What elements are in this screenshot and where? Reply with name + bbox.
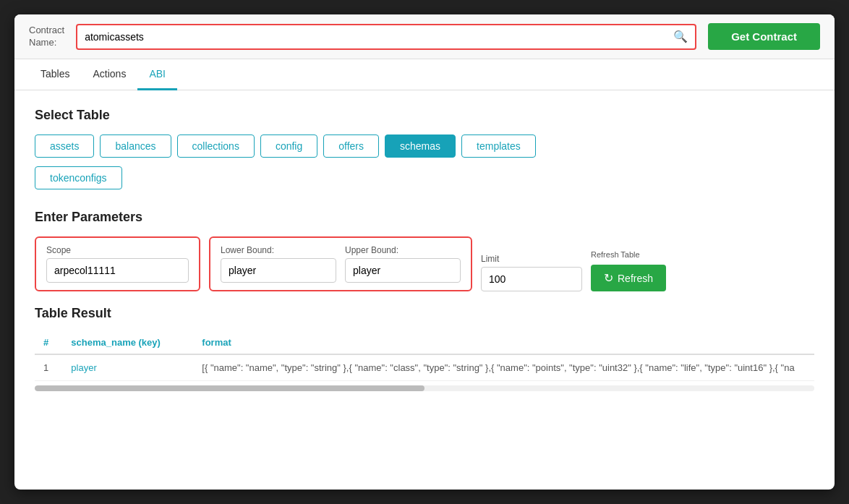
table-btn-tokenconfigs[interactable]: tokenconfigs (35, 166, 122, 189)
horizontal-scrollbar[interactable] (35, 385, 814, 391)
table-btn-assets[interactable]: assets (35, 134, 94, 158)
params-row: Scope Lower Bound: Upper Bound: (35, 236, 814, 291)
table-buttons-group: assets balances collections config offer… (35, 134, 814, 158)
scope-label: Scope (46, 245, 189, 255)
get-contract-button[interactable]: Get Contract (708, 23, 820, 50)
scope-wrap: Scope (35, 236, 200, 291)
table-result-title: Table Result (35, 306, 814, 321)
refresh-group: Refresh Table ↻ Refresh (591, 250, 666, 291)
upper-bound-group: Upper Bound: (345, 245, 461, 283)
col-schema-name: schema_name (key) (62, 331, 193, 354)
table-result-section: Table Result # schema_name (key) format … (35, 306, 814, 391)
cell-num: 1 (35, 354, 62, 381)
main-content: Select Table assets balances collections… (14, 90, 835, 409)
table-btn-collections[interactable]: collections (177, 134, 255, 158)
scope-input[interactable] (46, 258, 189, 283)
col-num: # (35, 331, 62, 354)
refresh-icon: ↻ (604, 271, 613, 285)
contract-name-input[interactable] (77, 25, 695, 48)
result-table-header: # schema_name (key) format (35, 331, 814, 354)
top-bar: Contract Name: 🔍 Get Contract (14, 14, 835, 59)
limit-group: Limit (481, 254, 582, 291)
limit-input[interactable] (481, 267, 582, 291)
cell-format: [{ "name": "name", "type": "string" },{ … (193, 354, 814, 381)
select-table-title: Select Table (35, 108, 814, 123)
table-buttons-row2: tokenconfigs (35, 166, 814, 189)
scope-group: Scope (46, 245, 189, 283)
main-window: Contract Name: 🔍 Get Contract Tables Act… (14, 14, 835, 490)
upper-bound-label: Upper Bound: (345, 245, 461, 255)
tab-tables[interactable]: Tables (29, 59, 81, 90)
refresh-button-label: Refresh (618, 273, 653, 284)
scrollbar-thumb[interactable] (35, 385, 424, 391)
table-btn-schemas[interactable]: schemas (385, 134, 456, 158)
header-row: # schema_name (key) format (35, 331, 814, 354)
limit-label: Limit (481, 254, 582, 264)
table-btn-config[interactable]: config (260, 134, 317, 158)
refresh-table-label: Refresh Table (591, 250, 666, 259)
lower-bound-group: Lower Bound: (221, 245, 336, 283)
tabs-bar: Tables Actions ABI (14, 59, 835, 90)
table-btn-templates[interactable]: templates (461, 134, 536, 158)
search-icon[interactable]: 🔍 (673, 30, 688, 43)
tab-actions[interactable]: Actions (81, 59, 137, 90)
tab-abi[interactable]: ABI (137, 59, 177, 90)
col-format: format (193, 331, 814, 354)
cell-schema-name: player (62, 354, 193, 381)
contract-name-label: Contract Name: (29, 25, 64, 49)
table-row: 1 player [{ "name": "name", "type": "str… (35, 354, 814, 381)
lower-bound-label: Lower Bound: (221, 245, 336, 255)
upper-bound-input[interactable] (345, 258, 461, 283)
bounds-wrap: Lower Bound: Upper Bound: (209, 236, 472, 291)
contract-input-wrap: 🔍 (76, 24, 696, 50)
params-title: Enter Parameters (35, 210, 814, 225)
result-table: # schema_name (key) format 1 player [{ "… (35, 331, 814, 381)
refresh-button[interactable]: ↻ Refresh (591, 265, 666, 291)
result-table-body: 1 player [{ "name": "name", "type": "str… (35, 354, 814, 381)
params-section: Enter Parameters Scope Lower Bound: (35, 210, 814, 291)
lower-bound-input[interactable] (221, 258, 336, 283)
select-table-section: Select Table assets balances collections… (35, 108, 814, 189)
table-btn-offers[interactable]: offers (323, 134, 379, 158)
table-btn-balances[interactable]: balances (100, 134, 171, 158)
